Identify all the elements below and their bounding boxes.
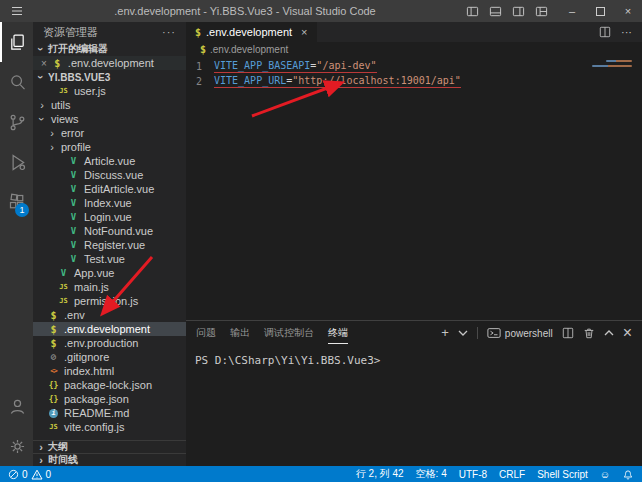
kill-terminal-trash-icon[interactable] (583, 327, 595, 339)
tree-item-app.vue[interactable]: VApp.vue (33, 266, 186, 280)
cursor-position[interactable]: 行 2, 列 42 (356, 467, 404, 481)
tree-item-main.js[interactable]: JSmain.js (33, 280, 186, 294)
vue-file-icon: V (67, 184, 80, 194)
settings-gear-icon[interactable] (0, 426, 33, 466)
indentation[interactable]: 空格: 4 (416, 467, 447, 481)
timeline-section[interactable]: › 时间线 (33, 453, 186, 466)
chevron-down-icon: › (36, 44, 46, 54)
tab-env-development[interactable]: $ .env.development × (186, 22, 317, 42)
close-button[interactable]: × (614, 0, 642, 22)
file-label: Article.vue (84, 155, 135, 167)
close-panel-icon[interactable]: × (623, 324, 632, 342)
feedback-smiley-icon[interactable]: ☺ (600, 469, 610, 480)
toggle-sidebar-icon[interactable] (466, 5, 479, 18)
account-icon[interactable] (0, 386, 33, 426)
tree-item-profile[interactable]: ›profile (33, 140, 186, 154)
tree-item-.env[interactable]: $.env (33, 308, 186, 322)
tree-item-permission.js[interactable]: JSpermission.js (33, 294, 186, 308)
tree-item-editarticle.vue[interactable]: VEditArticle.vue (33, 182, 186, 196)
split-editor-icon[interactable] (599, 26, 611, 38)
git-file-icon: ⊘ (47, 352, 60, 362)
tree-item-login.vue[interactable]: VLogin.vue (33, 210, 186, 224)
file-label: .env.development (64, 323, 150, 335)
source-control-icon[interactable] (0, 102, 33, 142)
project-section-header[interactable]: › YI.BBS.VUE3 (33, 70, 186, 84)
new-terminal-icon[interactable]: + (441, 328, 449, 338)
terminal-prompt: PS D:\CSharp\Yi\Yi.BBS.Vue3> (195, 354, 380, 367)
notifications-bell-icon[interactable] (622, 468, 634, 480)
eol-sequence[interactable]: CRLF (499, 469, 525, 480)
tree-item-.gitignore[interactable]: ⊘.gitignore (33, 350, 186, 364)
open-editors-header[interactable]: › 打开的编辑器 (33, 42, 186, 56)
tab-label: .env.development (206, 26, 292, 38)
editor-more-icon[interactable]: ··· (621, 26, 632, 38)
tree-item-.env.production[interactable]: $.env.production (33, 336, 186, 350)
tree-item-readme.md[interactable]: iREADME.md (33, 406, 186, 420)
tree-item-index.vue[interactable]: VIndex.vue (33, 196, 186, 210)
file-label: profile (61, 141, 91, 153)
status-bar: 0 0 行 2, 列 42 空格: 4 UTF-8 CRLF Shell Scr… (0, 466, 642, 482)
panel-tab-0[interactable]: 问题 (196, 322, 216, 344)
toggle-secondary-sidebar-icon[interactable] (512, 5, 525, 18)
panel-tab-1[interactable]: 输出 (230, 322, 250, 344)
tree-item-discuss.vue[interactable]: VDiscuss.vue (33, 168, 186, 182)
menu-icon[interactable] (0, 4, 34, 18)
env-file-icon: $ (51, 58, 64, 69)
tree-item-vite.config.js[interactable]: JSvite.config.js (33, 420, 186, 434)
vue-file-icon: V (67, 170, 80, 180)
language-mode[interactable]: Shell Script (537, 469, 588, 480)
code-editor[interactable]: 1 VITE_APP_BASEAPI="/api-dev" 2 VITE_APP… (186, 56, 642, 320)
tree-item-package.json[interactable]: {}package.json (33, 392, 186, 406)
search-icon[interactable] (0, 62, 33, 102)
panel-tab-2[interactable]: 调试控制台 (264, 322, 314, 344)
tree-item-article.vue[interactable]: VArticle.vue (33, 154, 186, 168)
breadcrumb[interactable]: $ .env.development (186, 42, 642, 56)
toggle-panel-icon[interactable] (489, 5, 502, 18)
breadcrumb-item[interactable]: .env.development (210, 44, 288, 55)
js-file-icon: JS (57, 297, 70, 305)
file-label: utils (51, 99, 71, 111)
tree-item-utils[interactable]: ›utils (33, 98, 186, 112)
extensions-icon[interactable]: 1 (0, 182, 33, 222)
encoding[interactable]: UTF-8 (459, 469, 487, 480)
tree-item-error[interactable]: ›error (33, 126, 186, 140)
customize-layout-icon[interactable] (535, 5, 548, 18)
terminal-tab-powershell[interactable]: powershell (487, 327, 553, 339)
maximize-panel-chevron-icon[interactable] (604, 329, 614, 337)
sidebar-more-icon[interactable]: ··· (162, 26, 176, 38)
explorer-icon[interactable] (0, 22, 33, 62)
outline-section[interactable]: › 大纲 (33, 440, 186, 453)
terminal-profile-chevron-icon[interactable] (458, 329, 468, 337)
tree-item-views[interactable]: ›views (33, 112, 186, 126)
run-debug-icon[interactable] (0, 142, 33, 182)
errors-icon (8, 469, 19, 480)
editor-area: $ .env.development × ··· $ .env.developm… (186, 22, 642, 466)
problems-status[interactable]: 0 0 (8, 469, 51, 480)
html-file-icon: <> (47, 367, 60, 375)
split-terminal-icon[interactable] (562, 327, 574, 339)
js-file-icon: JS (47, 423, 60, 431)
tree-item-test.vue[interactable]: VTest.vue (33, 252, 186, 266)
tab-close-icon[interactable]: × (301, 26, 307, 38)
file-label: package-lock.json (64, 379, 152, 391)
tree-item-index.html[interactable]: <>index.html (33, 364, 186, 378)
tree-item-user.js[interactable]: JSuser.js (33, 84, 186, 98)
close-editor-icon[interactable]: × (41, 58, 47, 69)
file-label: user.js (74, 85, 106, 97)
file-label: README.md (64, 407, 129, 419)
terminal[interactable]: PS D:\CSharp\Yi\Yi.BBS.Vue3> (186, 345, 642, 466)
panel-header: 问题输出调试控制台终端 + powershell × (186, 321, 642, 345)
env-file-icon: $ (47, 310, 60, 321)
open-editor-item[interactable]: × $ .env.development (33, 56, 186, 70)
tree-item-notfound.vue[interactable]: VNotFound.vue (33, 224, 186, 238)
tree-item-register.vue[interactable]: VRegister.vue (33, 238, 186, 252)
tree-item-package-lock.json[interactable]: {}package-lock.json (33, 378, 186, 392)
panel-tab-3[interactable]: 终端 (328, 322, 348, 344)
tree-item-.env.development[interactable]: $.env.development (33, 322, 186, 336)
file-label: vite.config.js (64, 421, 125, 433)
line-number: 2 (186, 76, 214, 87)
shell-label: powershell (505, 328, 553, 339)
maximize-button[interactable] (586, 0, 614, 22)
minimize-button[interactable]: – (558, 0, 586, 22)
minimap[interactable] (592, 60, 632, 70)
